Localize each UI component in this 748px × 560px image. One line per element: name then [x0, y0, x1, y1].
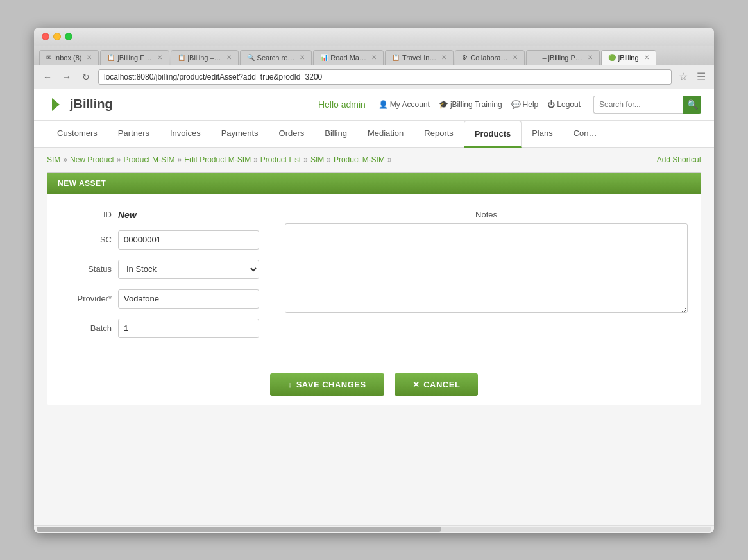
logout-label: Logout	[557, 100, 581, 109]
breadcrumb: SIM » New Product » Product M-SIM » Edit…	[34, 148, 714, 172]
tab-close-0[interactable]: ✕	[87, 54, 92, 61]
traffic-lights	[42, 33, 72, 40]
scrollbar-thumb[interactable]	[37, 527, 441, 532]
provider-label: Provider*	[60, 294, 112, 303]
breadcrumb-product-list[interactable]: Product List	[260, 155, 301, 164]
browser-window: ✉ Inbox (8) ✕ 📋 jBilling E… ✕ 📋 jBilling…	[34, 28, 714, 533]
header-greeting: Hello admin	[318, 99, 366, 110]
close-button[interactable]	[42, 33, 49, 40]
tab-close-2[interactable]: ✕	[226, 54, 232, 61]
nav-item-invoices[interactable]: Invoices	[160, 121, 211, 147]
training-icon: 🎓	[439, 100, 448, 109]
tab-close-4[interactable]: ✕	[371, 54, 377, 61]
cancel-label: CANCEL	[423, 380, 460, 389]
sc-label: SC	[60, 235, 112, 244]
breadcrumb-sim-2[interactable]: SIM	[310, 155, 324, 164]
logo-area: jBilling	[47, 96, 113, 114]
tab-favicon-7: —	[533, 54, 540, 61]
header-nav: 👤 My Account 🎓 jBilling Training 💬 Help …	[378, 100, 581, 109]
breadcrumb-new-product[interactable]: New Product	[70, 155, 114, 164]
help-link[interactable]: 💬 Help	[511, 100, 539, 109]
app-header: jBilling Hello admin 👤 My Account 🎓 jBil…	[34, 89, 714, 121]
nav-item-orders[interactable]: Orders	[269, 121, 315, 147]
breadcrumb-product-msim-2[interactable]: Product M-SIM	[334, 155, 385, 164]
form-right: Notes	[285, 210, 688, 348]
tab-favicon-5: 📋	[392, 54, 400, 61]
breadcrumb-sep-2: »	[117, 155, 121, 164]
search-button[interactable]: 🔍	[683, 96, 701, 114]
nav-item-partners[interactable]: Partners	[108, 121, 160, 147]
search-input[interactable]	[593, 96, 683, 114]
training-link[interactable]: 🎓 jBilling Training	[439, 100, 502, 109]
app-content: jBilling Hello admin 👤 My Account 🎓 jBil…	[34, 89, 714, 525]
menu-button[interactable]: ☰	[695, 71, 708, 83]
browser-tab-7[interactable]: — – jBilling P… ✕	[526, 50, 599, 65]
browser-tab-3[interactable]: 🔍 Search re… ✕	[240, 50, 312, 65]
action-bar: ↓ SAVE CHANGES ✕ CANCEL	[47, 364, 701, 405]
breadcrumb-product-msim[interactable]: Product M-SIM	[123, 155, 174, 164]
nav-item-products[interactable]: Products	[464, 121, 522, 148]
search-area: 🔍	[593, 96, 701, 114]
tab-label-1: jBilling E…	[117, 54, 151, 62]
bookmark-button[interactable]: ☆	[677, 71, 690, 83]
address-input[interactable]	[98, 69, 672, 85]
browser-tab-4[interactable]: 📊 Road Ma… ✕	[313, 50, 384, 65]
tab-label-5: Travel In…	[402, 54, 436, 62]
nav-item-con[interactable]: Con…	[563, 121, 608, 147]
breadcrumb-sim-1[interactable]: SIM	[47, 155, 60, 164]
breadcrumb-sep-4: »	[253, 155, 258, 164]
form-row-batch: Batch	[60, 319, 259, 338]
scroll-area	[34, 525, 714, 533]
minimize-button[interactable]	[53, 33, 61, 40]
tab-close-5[interactable]: ✕	[441, 54, 446, 61]
nav-item-plans[interactable]: Plans	[522, 121, 563, 147]
forward-button[interactable]: →	[60, 70, 74, 84]
breadcrumb-sep-6: »	[327, 155, 331, 164]
nav-item-customers[interactable]: Customers	[47, 121, 108, 147]
back-button[interactable]: ←	[40, 70, 55, 84]
notes-textarea[interactable]	[285, 223, 688, 313]
tab-label-4: Road Ma…	[330, 54, 366, 62]
browser-tab-0[interactable]: ✉ Inbox (8) ✕	[39, 50, 99, 65]
maximize-button[interactable]	[65, 33, 72, 40]
cancel-button[interactable]: ✕ CANCEL	[395, 373, 479, 396]
tab-close-8[interactable]: ✕	[644, 54, 649, 61]
browser-tab-5[interactable]: 📋 Travel In… ✕	[385, 50, 454, 65]
logout-link[interactable]: ⏻ Logout	[547, 100, 581, 109]
nav-item-billing[interactable]: Billing	[314, 121, 357, 147]
help-label: Help	[523, 100, 539, 109]
nav-item-reports[interactable]: Reports	[414, 121, 464, 147]
form-row-provider: Provider*	[60, 289, 259, 309]
main-nav: Customers Partners Invoices Payments Ord…	[34, 121, 714, 148]
batch-input[interactable]	[118, 319, 259, 338]
refresh-button[interactable]: ↻	[79, 70, 93, 84]
sc-input[interactable]	[118, 230, 259, 250]
scrollbar-track[interactable]	[37, 527, 711, 532]
browser-tab-1[interactable]: 📋 jBilling E… ✕	[100, 50, 169, 65]
tab-favicon-4: 📊	[320, 54, 328, 61]
browser-tab-6[interactable]: ⚙ Collabora… ✕	[455, 50, 525, 65]
tab-close-3[interactable]: ✕	[300, 54, 305, 61]
form-panel: NEW ASSET ID New SC Status	[47, 172, 701, 405]
tab-close-6[interactable]: ✕	[513, 54, 518, 61]
tab-favicon-0: ✉	[46, 54, 51, 61]
nav-item-mediation[interactable]: Mediation	[357, 121, 414, 147]
breadcrumb-edit-product[interactable]: Edit Product M-SIM	[184, 155, 251, 164]
tab-close-7[interactable]: ✕	[588, 54, 593, 61]
add-shortcut-link[interactable]: Add Shortcut	[657, 155, 701, 164]
my-account-link[interactable]: 👤 My Account	[378, 100, 430, 109]
tab-close-1[interactable]: ✕	[157, 54, 162, 61]
panel-body: ID New SC Status In Stock Available	[47, 194, 701, 364]
status-select[interactable]: In Stock Available Unavailable	[118, 260, 259, 279]
nav-item-payments[interactable]: Payments	[211, 121, 269, 147]
my-account-label: My Account	[390, 100, 430, 109]
id-value: New	[118, 210, 137, 220]
breadcrumb-sep-3: »	[177, 155, 182, 164]
browser-tab-2[interactable]: 📋 jBilling –… ✕	[171, 50, 239, 65]
provider-input[interactable]	[118, 289, 259, 309]
tab-favicon-2: 📋	[178, 54, 185, 61]
save-changes-button[interactable]: ↓ SAVE CHANGES	[270, 373, 384, 396]
cancel-icon: ✕	[412, 380, 420, 389]
tab-bar: ✉ Inbox (8) ✕ 📋 jBilling E… ✕ 📋 jBilling…	[34, 46, 714, 65]
browser-tab-8[interactable]: 🟢 jBilling ✕	[601, 50, 656, 65]
